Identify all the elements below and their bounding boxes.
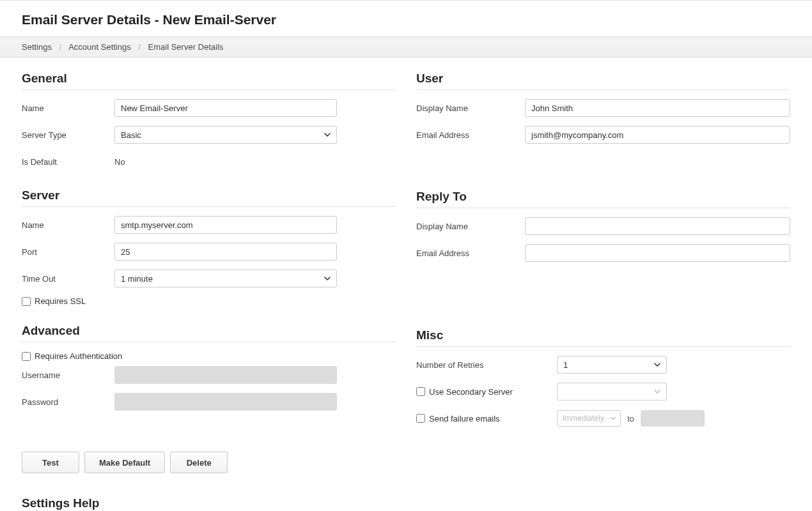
label-retries: Number of Retries bbox=[416, 360, 557, 370]
label-general-name: Name bbox=[22, 103, 114, 113]
label-username: Username bbox=[22, 370, 114, 380]
label-timeout: Time Out bbox=[22, 274, 114, 284]
section-server: Server Name Port Time Ou bbox=[22, 188, 396, 306]
section-heading-reply-to: Reply To bbox=[416, 190, 790, 208]
input-failure-to bbox=[641, 410, 705, 427]
section-general: General Name Server Type Basic bbox=[22, 72, 396, 171]
label-requires-auth: Requires Authentication bbox=[35, 351, 122, 361]
section-misc: Misc Number of Retries 1 bbox=[416, 328, 790, 427]
select-retries-value: 1 bbox=[563, 360, 568, 370]
checkbox-send-failure-emails[interactable] bbox=[416, 414, 425, 423]
section-user: User Display Name Email Address bbox=[416, 72, 790, 144]
section-heading-user: User bbox=[416, 72, 790, 90]
value-is-default: No bbox=[114, 157, 396, 167]
button-row: Test Make Default Delete bbox=[22, 452, 790, 473]
input-server-name[interactable] bbox=[114, 216, 337, 234]
input-general-name[interactable] bbox=[114, 99, 337, 117]
test-button[interactable]: Test bbox=[22, 452, 79, 473]
select-server-type-value: Basic bbox=[121, 130, 141, 140]
select-failure-timing-value: Immediately bbox=[563, 414, 604, 423]
section-heading-advanced: Advanced bbox=[22, 324, 396, 342]
select-secondary-server[interactable] bbox=[557, 383, 667, 400]
input-user-email[interactable] bbox=[525, 126, 790, 144]
breadcrumb-separator: / bbox=[138, 42, 141, 52]
input-replyto-display-name[interactable] bbox=[525, 217, 790, 235]
section-heading-help: Settings Help bbox=[22, 496, 790, 511]
section-heading-misc: Misc bbox=[416, 328, 790, 347]
select-timeout[interactable]: 1 minute bbox=[114, 270, 337, 287]
label-use-secondary: Use Secondary Server bbox=[429, 387, 513, 397]
label-replyto-display-name: Display Name bbox=[416, 222, 525, 231]
label-to: to bbox=[627, 414, 634, 423]
breadcrumb: Settings / Account Settings / Email Serv… bbox=[0, 36, 812, 57]
breadcrumb-item-settings[interactable]: Settings bbox=[22, 42, 52, 52]
chevron-down-icon bbox=[653, 361, 661, 369]
page-title: Email Server Details - New Email-Server bbox=[22, 12, 790, 27]
select-timeout-value: 1 minute bbox=[121, 274, 153, 284]
breadcrumb-item-email-server-details[interactable]: Email Server Details bbox=[148, 42, 224, 52]
chevron-down-icon bbox=[324, 131, 331, 139]
delete-button[interactable]: Delete bbox=[170, 452, 228, 473]
breadcrumb-item-account-settings[interactable]: Account Settings bbox=[68, 42, 131, 52]
input-password bbox=[114, 393, 337, 411]
breadcrumb-separator: / bbox=[59, 42, 62, 52]
input-replyto-email[interactable] bbox=[525, 244, 790, 262]
chevron-down-icon bbox=[653, 388, 661, 395]
label-replyto-email: Email Address bbox=[416, 248, 525, 258]
label-requires-ssl: Requires SSL bbox=[35, 296, 86, 306]
label-user-email: Email Address bbox=[416, 130, 525, 140]
select-failure-timing[interactable]: Immediately bbox=[557, 410, 621, 427]
label-server-name: Name bbox=[22, 220, 114, 230]
input-username bbox=[114, 366, 337, 384]
section-heading-general: General bbox=[22, 72, 396, 90]
checkbox-requires-ssl[interactable] bbox=[22, 297, 31, 306]
label-user-display-name: Display Name bbox=[416, 103, 525, 113]
label-port: Port bbox=[22, 247, 114, 257]
section-advanced: Advanced Requires Authentication Usernam… bbox=[22, 324, 396, 411]
label-password: Password bbox=[22, 397, 114, 407]
chevron-down-icon bbox=[324, 275, 331, 282]
select-retries[interactable]: 1 bbox=[557, 356, 667, 374]
label-is-default: Is Default bbox=[22, 157, 114, 167]
section-help: Settings Help Adding an email server acc… bbox=[22, 496, 790, 511]
chevron-down-icon bbox=[610, 415, 616, 422]
page-header: Email Server Details - New Email-Server bbox=[0, 1, 812, 36]
section-reply-to: Reply To Display Name Email Address bbox=[416, 190, 790, 262]
select-server-type[interactable]: Basic bbox=[114, 126, 337, 144]
input-user-display-name[interactable] bbox=[525, 99, 790, 117]
label-send-failure-emails: Send failure emails bbox=[429, 414, 500, 423]
input-port[interactable] bbox=[114, 243, 337, 261]
make-default-button[interactable]: Make Default bbox=[84, 452, 165, 473]
label-server-type: Server Type bbox=[22, 130, 114, 140]
section-heading-server: Server bbox=[22, 188, 396, 207]
checkbox-requires-auth[interactable] bbox=[22, 352, 31, 361]
checkbox-use-secondary[interactable] bbox=[416, 387, 425, 396]
